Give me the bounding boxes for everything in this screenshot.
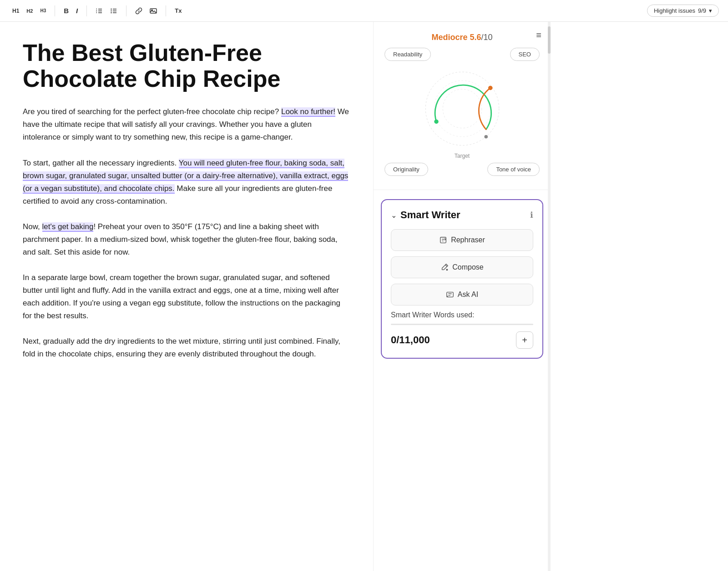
add-words-button[interactable]: + — [516, 331, 533, 349]
format-buttons: B I — [61, 5, 81, 16]
h2-button[interactable]: H2 — [23, 6, 36, 15]
score-label: Mediocre 5.6/10 — [384, 33, 540, 42]
words-footer: 0/11,000 + — [391, 331, 533, 349]
editor-area[interactable]: The Best Gluten-Free Chocolate Chip Reci… — [0, 22, 373, 571]
sw-chevron-icon[interactable]: ⌄ — [391, 211, 397, 220]
p4-text-1: In a separate large bowl, cream together… — [23, 273, 340, 320]
score-panel: Mediocre 5.6/10 Readability SEO — [374, 22, 551, 190]
words-used-value: 0 — [391, 334, 396, 346]
insert-buttons — [132, 5, 160, 16]
originality-tab[interactable]: Originality — [384, 163, 428, 176]
sw-header-left: ⌄ Smart Writer — [391, 209, 460, 221]
scrollbar-thumb[interactable] — [548, 26, 551, 54]
svg-point-11 — [111, 12, 112, 13]
rephraser-button[interactable]: Rephraser — [391, 229, 533, 251]
p1-text-1: Are you tired of searching for the perfe… — [23, 107, 281, 116]
tone-of-voice-tab[interactable]: Tone of voice — [487, 163, 540, 176]
image-button[interactable] — [147, 5, 160, 16]
compose-icon — [440, 263, 449, 271]
svg-point-17 — [434, 120, 439, 124]
gauge-target-label: Target — [384, 153, 540, 159]
h1-button[interactable]: H1 — [9, 6, 22, 16]
list-buttons: 1 2 3 — [92, 5, 121, 16]
highlight-count: 9/9 — [698, 7, 706, 14]
gauge-container — [384, 65, 540, 152]
svg-point-9 — [111, 8, 112, 9]
ordered-list-button[interactable]: 1 2 3 — [92, 5, 106, 16]
gauge-svg — [419, 65, 506, 152]
scrollbar-track — [548, 22, 551, 571]
p3-highlight-1: let's get baking — [42, 222, 94, 232]
words-progress-bar — [391, 324, 533, 325]
right-panel: ≡ Mediocre 5.6/10 Readability SEO — [373, 22, 551, 571]
link-button[interactable] — [132, 5, 146, 16]
paragraph-5: Next, gradually add the dry ingredients … — [23, 335, 350, 361]
svg-point-10 — [111, 10, 112, 11]
compose-button[interactable]: Compose — [391, 256, 533, 278]
heading-buttons: H1 H2 H3 — [9, 6, 49, 16]
sep-4 — [166, 5, 166, 16]
smart-writer-header: ⌄ Smart Writer ℹ — [391, 209, 533, 221]
paragraph-1: Are you tired of searching for the perfe… — [23, 105, 350, 144]
p5-text-1: Next, gradually add the dry ingredients … — [23, 337, 340, 358]
score-denom: /10 — [481, 33, 493, 42]
highlight-issues-button[interactable]: Highlight issues 9/9 ▾ — [647, 5, 719, 17]
editor-body[interactable]: Are you tired of searching for the perfe… — [23, 105, 350, 361]
p2-text-1: To start, gather all the necessary ingre… — [23, 159, 179, 167]
words-used-label: Smart Writer Words used: — [391, 311, 533, 319]
unordered-list-button[interactable] — [107, 5, 121, 16]
ask-ai-button[interactable]: Ask AI — [391, 284, 533, 306]
rephraser-label: Rephraser — [451, 236, 485, 244]
info-icon[interactable]: ℹ — [530, 210, 533, 220]
score-tabs-bottom: Originality Tone of voice — [384, 163, 540, 176]
words-total: /11,000 — [396, 334, 430, 346]
compose-label: Compose — [452, 263, 483, 271]
h3-button[interactable]: H3 — [37, 6, 49, 15]
main-layout: The Best Gluten-Free Chocolate Chip Reci… — [0, 22, 728, 571]
svg-text:3: 3 — [96, 11, 97, 14]
score-mediocre-text: Mediocre — [431, 33, 467, 42]
score-tabs-top: Readability SEO — [384, 48, 540, 61]
sep-3 — [126, 5, 126, 16]
italic-button[interactable]: I — [73, 5, 81, 16]
svg-point-16 — [443, 89, 482, 128]
ask-ai-label: Ask AI — [458, 291, 478, 299]
sep-1 — [55, 5, 55, 16]
ask-ai-icon — [446, 291, 454, 299]
paragraph-2: To start, gather all the necessary ingre… — [23, 157, 350, 208]
toolbar: H1 H2 H3 B I 1 2 3 — [0, 0, 728, 22]
p1-highlight-1: Look no further! — [281, 107, 335, 117]
article-title: The Best Gluten-Free Chocolate Chip Reci… — [23, 40, 350, 92]
highlight-label: Highlight issues — [654, 7, 695, 14]
svg-point-14 — [425, 72, 499, 145]
smart-writer-title: Smart Writer — [400, 209, 460, 221]
readability-tab[interactable]: Readability — [384, 48, 431, 61]
seo-tab[interactable]: SEO — [510, 48, 540, 61]
svg-point-19 — [484, 135, 488, 139]
paragraph-3: Now, let's get baking! Preheat your oven… — [23, 220, 350, 259]
words-count: 0/11,000 — [391, 334, 430, 346]
chevron-down-icon: ▾ — [709, 7, 712, 14]
clear-format-button[interactable]: Tx — [172, 5, 185, 16]
paragraph-4: In a separate large bowl, cream together… — [23, 271, 350, 322]
sep-2 — [86, 5, 87, 16]
panel-menu-icon[interactable]: ≡ — [536, 30, 541, 40]
smart-writer-panel: ⌄ Smart Writer ℹ Rephraser — [381, 199, 543, 359]
score-value: 5.6 — [470, 33, 481, 42]
bold-button[interactable]: B — [61, 5, 72, 16]
rephraser-icon — [439, 236, 447, 244]
svg-point-18 — [488, 86, 493, 90]
p3-text-1: Now, — [23, 222, 42, 231]
